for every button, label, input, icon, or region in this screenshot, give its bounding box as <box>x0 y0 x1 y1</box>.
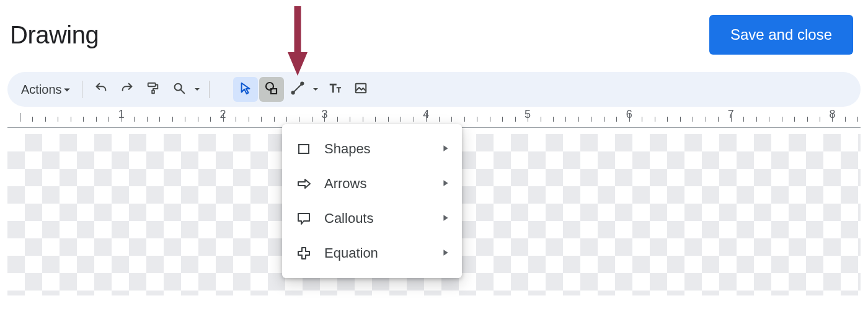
toolbar-separator <box>209 81 210 98</box>
submenu-arrow-icon <box>442 213 450 224</box>
line-tool-button[interactable] <box>285 77 310 102</box>
image-button[interactable] <box>348 77 373 102</box>
menu-item-callouts[interactable]: Callouts <box>282 201 462 236</box>
submenu-arrow-icon <box>442 178 450 189</box>
ruler-label: 8 <box>829 108 835 121</box>
svg-point-7 <box>291 91 294 94</box>
plus-icon <box>294 244 313 263</box>
shape-dropdown-menu: Shapes Arrows Callouts <box>282 124 462 278</box>
svg-line-4 <box>180 90 184 94</box>
ruler-label: 7 <box>728 108 734 121</box>
shape-icon <box>264 81 279 98</box>
toolbar-separator <box>82 81 82 98</box>
menu-item-equation[interactable]: Equation <box>282 236 462 271</box>
text-box-button[interactable] <box>322 77 347 102</box>
rectangle-icon <box>294 140 313 158</box>
ruler-label: 3 <box>321 108 327 121</box>
paint-roller-icon <box>146 81 160 97</box>
submenu-arrow-icon <box>442 143 450 155</box>
ruler-label: 1 <box>118 108 125 121</box>
save-and-close-button[interactable]: Save and close <box>709 15 853 55</box>
line-tool-group <box>285 77 321 102</box>
select-tool-button[interactable] <box>233 77 258 102</box>
zoom-button[interactable] <box>167 77 192 102</box>
dialog-header: Drawing Save and close <box>0 0 868 72</box>
menu-item-label: Arrows <box>324 176 442 192</box>
menu-item-label: Shapes <box>324 141 442 157</box>
cursor-icon <box>239 81 252 97</box>
svg-rect-2 <box>152 91 154 94</box>
paint-format-button[interactable] <box>141 77 166 102</box>
menu-item-label: Equation <box>324 245 442 261</box>
text-icon <box>328 81 342 97</box>
drawing-toolbar: Actions <box>7 72 861 107</box>
svg-point-3 <box>174 84 181 91</box>
ruler-label: 2 <box>220 108 226 121</box>
redo-button[interactable] <box>115 77 140 102</box>
undo-icon <box>94 81 108 97</box>
submenu-arrow-icon <box>442 248 450 259</box>
arrow-shape-icon <box>294 174 313 193</box>
svg-rect-10 <box>299 145 309 153</box>
actions-menu[interactable]: Actions <box>16 79 76 101</box>
zoom-dropdown[interactable] <box>192 84 203 95</box>
line-icon <box>291 81 304 97</box>
redo-icon <box>120 81 134 97</box>
svg-point-8 <box>301 83 303 85</box>
ruler-label: 5 <box>525 108 531 121</box>
line-tool-dropdown[interactable] <box>310 84 321 95</box>
menu-item-arrows[interactable]: Arrows <box>282 166 462 201</box>
ruler-label: 6 <box>626 108 632 121</box>
caret-down-icon <box>194 84 200 95</box>
svg-rect-9 <box>355 84 366 93</box>
ruler-label: 4 <box>423 108 429 121</box>
menu-item-label: Callouts <box>324 210 442 227</box>
zoom-icon <box>172 81 186 97</box>
undo-button[interactable] <box>89 77 113 102</box>
actions-menu-label: Actions <box>21 83 62 97</box>
zoom-button-group <box>167 77 203 102</box>
caret-down-icon <box>312 84 319 95</box>
caret-down-icon <box>63 83 71 97</box>
callout-icon <box>294 209 313 228</box>
svg-rect-1 <box>148 83 155 87</box>
menu-item-shapes[interactable]: Shapes <box>282 132 462 166</box>
dialog-title: Drawing <box>10 21 99 49</box>
shape-tool-button[interactable] <box>259 77 284 102</box>
image-icon <box>354 81 368 97</box>
